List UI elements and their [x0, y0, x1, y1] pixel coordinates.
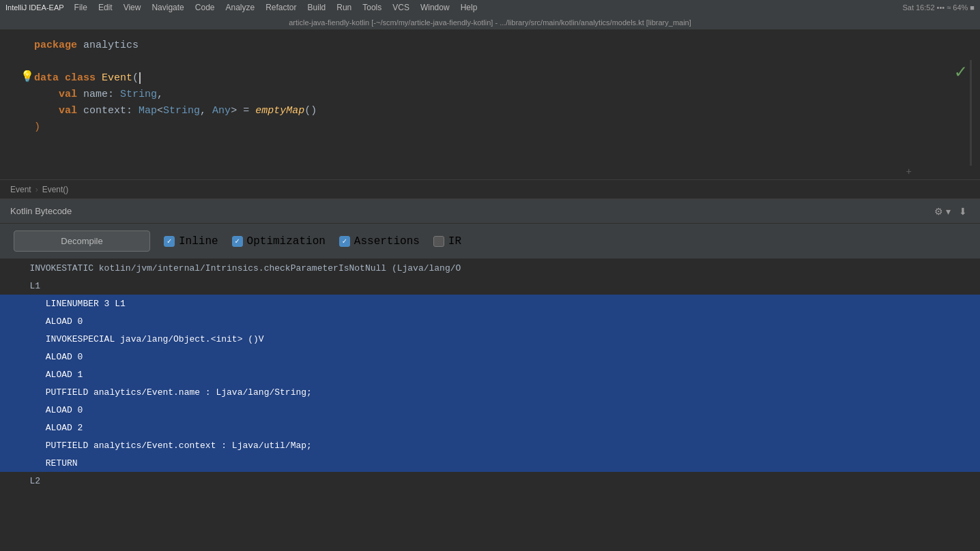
- code-line-blank: [0, 53, 980, 70]
- bytecode-line-12: L2: [0, 472, 980, 490]
- menu-window[interactable]: Window: [416, 1, 455, 14]
- menu-refactor[interactable]: Refactor: [261, 1, 301, 14]
- breadcrumb-event[interactable]: Event: [10, 185, 31, 194]
- bytecode-actions: ⚙ ▾ ⬇: [932, 205, 970, 218]
- bytecode-line-9: ALOAD 2: [0, 419, 980, 436]
- decompile-button[interactable]: Decompile: [14, 230, 150, 252]
- assertions-label: Assertions: [354, 235, 420, 248]
- bytecode-panel-title: Kotlin Bytecode: [10, 206, 72, 216]
- menu-analyze[interactable]: Analyze: [220, 1, 259, 14]
- menu-file[interactable]: File: [70, 1, 92, 14]
- bytecode-line-3: ALOAD 0: [0, 312, 980, 330]
- settings-button[interactable]: ⚙ ▾: [932, 205, 953, 218]
- menu-run[interactable]: Run: [332, 1, 356, 14]
- download-button[interactable]: ⬇: [956, 205, 970, 218]
- bytecode-line-10: PUTFIELD analytics/Event.context : Ljava…: [0, 436, 980, 454]
- code-line-class: data class Event(: [0, 70, 980, 86]
- bytecode-content: INVOKESTATIC kotlin/jvm/internal/Intrins…: [0, 259, 980, 551]
- bytecode-toolbar: Decompile ✓ Inline ✓ Optimization ✓ Asse…: [0, 224, 980, 259]
- optimization-checkbox[interactable]: ✓: [232, 236, 243, 247]
- bytecode-line-8: ALOAD 0: [0, 401, 980, 419]
- menu-view[interactable]: View: [119, 1, 146, 14]
- ir-label: IR: [448, 235, 461, 248]
- bytecode-line-6: ALOAD 1: [0, 366, 980, 383]
- editor-area: 💡 package analytics data class Event( va…: [0, 30, 980, 180]
- lightbulb-icon: 💡: [20, 70, 34, 83]
- ir-checkbox-wrapper[interactable]: ✓ IR: [433, 235, 461, 248]
- title-bar: article-java-fiendly-kotlin [-~/scm/my/a…: [0, 15, 980, 30]
- code-line-close: ): [0, 119, 980, 135]
- code-line-field1: val name: String,: [0, 86, 980, 102]
- plus-icon: +: [906, 166, 912, 177]
- menu-navigate[interactable]: Navigate: [147, 1, 188, 14]
- bytecode-line-5: ALOAD 0: [0, 348, 980, 366]
- bytecode-line-7: PUTFIELD analytics/Event.name : Ljava/la…: [0, 383, 980, 401]
- code-line-package: package analytics: [0, 37, 980, 53]
- breadcrumb-constructor[interactable]: Event(): [42, 185, 69, 194]
- code-line-field2: val context: Map<String, Any> = emptyMap…: [0, 102, 980, 119]
- system-status: Sat 16:52 ••• ≈ 64% ■: [902, 3, 975, 12]
- menu-code[interactable]: Code: [190, 1, 220, 14]
- optimization-label: Optimization: [247, 235, 326, 248]
- bytecode-line-2: LINENUMBER 3 L1: [0, 295, 980, 312]
- bytecode-line-1: L1: [0, 277, 980, 295]
- bytecode-panel-header: Kotlin Bytecode ⚙ ▾ ⬇: [0, 199, 980, 224]
- app-logo: IntelliJ IDEA-EAP: [5, 3, 64, 12]
- window-title: article-java-fiendly-kotlin [-~/scm/my/a…: [289, 18, 691, 27]
- menu-edit[interactable]: Edit: [93, 1, 117, 14]
- vertical-divider: [970, 60, 972, 166]
- menu-help[interactable]: Help: [456, 1, 482, 14]
- checkmark-icon: ✓: [955, 60, 966, 83]
- optimization-checkbox-wrapper[interactable]: ✓ Optimization: [232, 235, 326, 248]
- inline-checkbox[interactable]: ✓: [164, 236, 175, 247]
- menu-build[interactable]: Build: [303, 1, 331, 14]
- assertions-checkbox[interactable]: ✓: [339, 236, 350, 247]
- menu-tools[interactable]: Tools: [358, 1, 386, 14]
- inline-label: Inline: [179, 235, 218, 248]
- breadcrumb-separator: ›: [35, 185, 38, 194]
- bytecode-line-0: INVOKESTATIC kotlin/jvm/internal/Intrins…: [0, 259, 980, 277]
- menu-bar: IntelliJ IDEA-EAP File Edit View Navigat…: [0, 0, 980, 15]
- inline-checkbox-wrapper[interactable]: ✓ Inline: [164, 235, 218, 248]
- ir-checkbox[interactable]: ✓: [433, 236, 444, 247]
- menu-vcs[interactable]: VCS: [388, 1, 414, 14]
- bytecode-line-11: RETURN: [0, 454, 980, 472]
- bytecode-line-4: INVOKESPECIAL java/lang/Object.<init> ()…: [0, 330, 980, 348]
- assertions-checkbox-wrapper[interactable]: ✓ Assertions: [339, 235, 420, 248]
- breadcrumb-bar: Event › Event(): [0, 180, 980, 199]
